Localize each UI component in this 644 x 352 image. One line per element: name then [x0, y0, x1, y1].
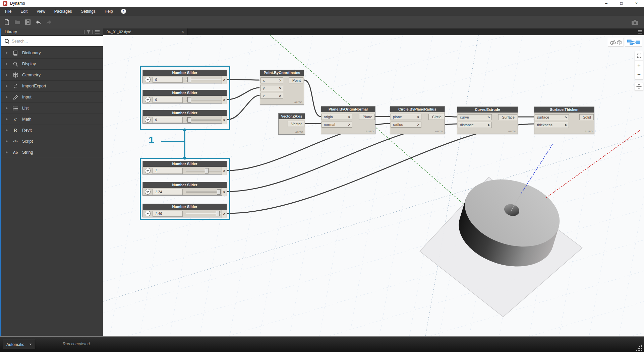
expand-arrow-icon[interactable] — [6, 129, 8, 132]
expand-arrow-icon[interactable] — [6, 63, 8, 65]
node-plane-byoriginnormal[interactable]: Plane.ByOriginNormal origin> normal> Pla… — [321, 106, 375, 134]
expand-arrow-icon[interactable] — [6, 52, 8, 54]
layout-list-icon[interactable] — [95, 30, 100, 34]
slider-value-input[interactable]: 1.74 — [153, 189, 183, 195]
output-port[interactable]: Plane — [359, 114, 375, 120]
tabbar-menu-icon[interactable] — [638, 30, 642, 33]
redo-icon[interactable] — [46, 20, 52, 25]
slider-track[interactable] — [186, 79, 221, 80]
menu-edit[interactable]: Edit — [20, 9, 27, 14]
output-port[interactable]: Vector — [288, 121, 304, 127]
output-port[interactable]: Solid — [579, 114, 594, 120]
wire[interactable] — [445, 117, 457, 117]
input-port[interactable]: origin> — [321, 114, 352, 120]
geometry-view-button[interactable] — [608, 38, 624, 47]
open-file-icon[interactable] — [14, 19, 20, 25]
node-circle-byplaneradius[interactable]: Circle.ByPlaneRadius plane> radius> Circ… — [390, 106, 445, 134]
node-title[interactable]: Number Slider — [143, 182, 227, 188]
output-port[interactable]: > — [222, 188, 227, 196]
input-port[interactable]: x> — [260, 77, 283, 83]
node-curve-extrude[interactable]: Curve.Extrude curve> distance> Surface A… — [457, 107, 518, 134]
slider-handle[interactable] — [187, 77, 191, 82]
output-port[interactable]: Point — [289, 77, 303, 83]
menu-help[interactable]: Help — [105, 9, 113, 14]
slider-value-input[interactable]: 0 — [153, 97, 183, 103]
slider-handle[interactable] — [187, 97, 191, 102]
new-file-icon[interactable] — [4, 19, 10, 25]
resize-grip[interactable] — [636, 345, 642, 351]
sidebar-item-string[interactable]: Ab String — [1, 147, 103, 158]
pan-button[interactable] — [635, 82, 643, 91]
slider-handle[interactable] — [217, 189, 221, 195]
input-port[interactable]: plane> — [391, 114, 421, 120]
number-slider-node[interactable]: Number Slider 0 > — [142, 70, 227, 83]
graph-canvas[interactable]: 1 Number Slider 0 > Number Slider 0 — [103, 35, 644, 336]
sidebar-item-script[interactable]: </> Script — [1, 136, 103, 147]
run-mode-dropdown[interactable]: Automatic — [3, 340, 35, 349]
slider-track[interactable] — [186, 119, 221, 121]
output-port[interactable]: > — [222, 76, 227, 84]
sidebar-item-revit[interactable]: R Revit — [1, 125, 103, 136]
expand-arrow-icon[interactable] — [6, 151, 8, 154]
expand-arrow-icon[interactable] — [6, 140, 8, 143]
chevron-down-icon[interactable] — [145, 211, 151, 216]
slider-value-input[interactable]: 1 — [153, 168, 183, 174]
maximize-button[interactable]: □ — [614, 0, 629, 7]
chevron-down-icon[interactable] — [145, 97, 151, 102]
node-title[interactable]: Surface.Thicken — [534, 107, 594, 113]
input-port[interactable]: curve> — [458, 114, 492, 120]
sidebar-item-input[interactable]: Input — [1, 92, 103, 103]
close-button[interactable]: × — [629, 0, 644, 7]
sidebar-item-geometry[interactable]: Geometry — [1, 70, 103, 81]
input-port[interactable]: radius> — [391, 122, 421, 128]
number-slider-node[interactable]: Number Slider 0 > — [142, 90, 227, 103]
input-port[interactable]: thickness> — [535, 122, 569, 128]
number-slider-node[interactable]: Number Slider 0 > — [142, 110, 227, 124]
node-surface-thicken[interactable]: Surface.Thicken surface> thickness> Soli… — [534, 107, 594, 134]
expand-arrow-icon[interactable] — [6, 74, 8, 76]
menu-file[interactable]: File — [5, 9, 11, 14]
number-slider-node[interactable]: Number Slider 1.49 > — [142, 204, 227, 217]
input-port[interactable]: distance> — [458, 122, 492, 128]
slider-handle[interactable] — [187, 117, 191, 123]
node-title[interactable]: Plane.ByOriginNormal — [321, 107, 375, 112]
output-port[interactable]: Surface — [498, 114, 517, 120]
number-slider-node[interactable]: Number Slider 1.74 > — [142, 182, 227, 196]
tab-close-icon[interactable]: × — [182, 30, 184, 34]
sidebar-item-display[interactable]: Display — [1, 59, 103, 70]
chevron-down-icon[interactable] — [145, 189, 151, 195]
slider-track[interactable] — [186, 191, 221, 193]
chevron-down-icon[interactable] — [145, 117, 151, 123]
input-port[interactable]: z> — [260, 93, 283, 99]
expand-arrow-icon[interactable] — [6, 96, 8, 98]
expand-arrow-icon[interactable] — [6, 107, 8, 110]
fit-view-button[interactable] — [635, 51, 643, 61]
chevron-down-icon[interactable] — [145, 77, 151, 82]
slider-value-input[interactable]: 0 — [153, 117, 183, 123]
node-title[interactable]: Circle.ByPlaneRadius — [390, 107, 445, 112]
output-port[interactable]: > — [222, 96, 227, 104]
zoom-in-button[interactable]: + — [635, 61, 643, 70]
slider-track[interactable] — [186, 213, 221, 214]
sidebar-item-math[interactable]: x² Math — [1, 114, 103, 125]
slider-handle[interactable] — [216, 211, 220, 216]
menu-view[interactable]: View — [37, 9, 45, 14]
sidebar-item-list[interactable]: List — [1, 103, 103, 114]
graph-view-button[interactable] — [625, 38, 642, 47]
node-title[interactable]: Vector.ZAxis — [279, 114, 305, 119]
node-title[interactable]: Number Slider — [143, 204, 227, 210]
filter-funnel-icon[interactable] — [86, 30, 91, 34]
input-port[interactable]: y> — [260, 85, 283, 91]
output-port[interactable]: > — [222, 210, 227, 218]
tab-04-01-02[interactable]: 04_01_02.dyn* × — [103, 28, 188, 35]
output-port[interactable]: > — [222, 116, 227, 124]
input-port[interactable]: normal> — [321, 122, 352, 128]
camera-icon[interactable] — [631, 19, 639, 25]
node-point-bycoordinates[interactable]: Point.ByCoordinates x> y> z> Point AUTO — [260, 70, 304, 105]
node-title[interactable]: Number Slider — [143, 70, 227, 76]
save-icon[interactable] — [25, 19, 31, 25]
menu-settings[interactable]: Settings — [81, 9, 96, 14]
node-vector-zaxis[interactable]: Vector.ZAxis Vector AUTO — [278, 113, 305, 135]
node-title[interactable]: Point.ByCoordinates — [260, 70, 304, 76]
node-title[interactable]: Number Slider — [143, 90, 227, 96]
